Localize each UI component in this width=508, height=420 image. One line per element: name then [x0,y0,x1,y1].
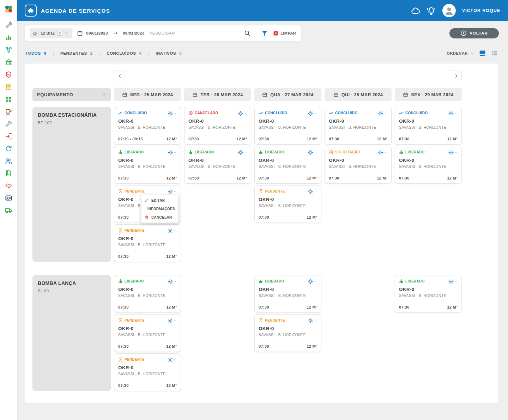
card-actions-button[interactable] [168,189,177,194]
card-actions-button[interactable] [238,111,247,116]
wrench-icon[interactable] [5,120,12,128]
service-card[interactable]: PENDENTEOKR-0SAVASSI - B. HORIZONTE07:30… [114,185,181,223]
card-subtitle: SAVASSI - B. HORIZONTE [329,125,387,129]
chevron-down-icon [174,229,177,232]
tab-count: 0 [179,51,182,55]
service-card[interactable]: CONCLUÍDOOKR-0SAVASSI - B. HORIZONTE07:3… [395,107,462,145]
card-actions-button[interactable] [168,318,177,323]
next-week-button[interactable] [450,71,462,81]
service-card[interactable]: LIBERADOOKR-0SAVASSI - B. HORIZONTE07:30… [254,146,321,184]
card-actions-button[interactable] [448,111,458,116]
tab-pendentes[interactable]: PENDENTES2 [60,51,93,55]
service-card[interactable]: PENDENTEOKR-0SAVASSI - B. HORIZONTE07:30… [254,314,321,352]
equipment-filter-chip[interactable]: 12 BHZ × [30,28,72,38]
card-view-toggle[interactable] [479,49,486,57]
service-card[interactable]: CANCELADOOKR-0SAVASSI - B. HORIZONTE07:3… [184,107,251,145]
date-to[interactable]: 09/01/2023 [123,31,145,35]
card-actions-button[interactable] [308,189,317,194]
users-icon[interactable] [5,157,12,165]
equipment-row: BOMBA ESTACIONÁRIABE 102CONCLUÍDOOKR-0SA… [32,107,491,262]
user-silhouette-icon [444,5,454,16]
menu-item-cancelar[interactable]: CANCELAR [141,213,178,221]
tab-inativos[interactable]: INATIVOS0 [156,51,182,55]
card-title: OKR-0 [259,197,317,202]
card-actions-button[interactable] [448,279,458,284]
tab-todos[interactable]: TODOS9 [25,51,47,55]
chevron-down-icon[interactable] [65,31,69,35]
date-from[interactable]: 09/01/2023 [86,31,108,35]
card-actions-button[interactable] [168,279,177,284]
gear-icon [308,150,313,155]
cancelado-status-icon [188,111,193,115]
service-card[interactable]: LIBERADOOKR-0SAVASSI - B. HORIZONTE07:30… [395,146,462,184]
tools-icon[interactable] [5,22,12,29]
service-card[interactable]: PENDENTEOKR-0SAVASSI - B. HORIZONTE07:30… [114,314,181,352]
coffee-icon[interactable] [5,108,12,115]
shield-icon[interactable] [5,71,12,78]
tab-label: PENDENTES [60,51,87,55]
card-actions-button[interactable] [168,150,177,155]
avatar[interactable] [442,4,456,17]
bank-icon[interactable] [5,59,12,66]
grid-icon[interactable] [5,96,12,103]
card-actions-button[interactable] [448,150,458,155]
service-card[interactable]: PENDENTEOKR-0SAVASSI - B. HORIZONTE07:30… [114,224,181,262]
search-input[interactable] [149,31,239,35]
handshake-icon[interactable] [5,182,12,189]
service-card[interactable]: PENDENTEOKR-0SAVASSI - B. HORIZONTE07:30… [254,185,321,223]
filter-funnel-icon[interactable] [261,30,268,37]
status-label: PENDENTE [265,318,285,322]
truck-icon[interactable] [5,207,12,214]
card-actions-button[interactable] [308,279,317,284]
prev-week-button[interactable] [114,71,126,81]
card-subtitle: SAVASSI - B. HORIZONTE [118,164,177,169]
card-actions-button[interactable] [308,150,317,155]
back-button[interactable]: VOLTAR [449,28,499,38]
card-actions-button[interactable] [378,150,387,155]
day-label: SEG - 25 MAR 2024 [130,92,173,97]
notifications-bell-icon[interactable] [427,6,436,16]
logout-icon[interactable] [5,133,12,140]
card-actions-button[interactable] [168,357,177,363]
card-actions-button[interactable] [308,318,317,323]
service-card[interactable]: LIBERADOOKR-0SAVASSI - B. HORIZONTE07:30… [395,275,462,313]
menu-item-informacoes[interactable]: INFORMAÇÕES [141,205,178,213]
filter-row: 12 BHZ × 09/01/2023 09/01/2023 LIMPAR VO… [25,25,499,41]
service-card[interactable]: SOLICITAÇÃOOKR-0SAVASSI - B. HORIZONTE07… [325,146,392,184]
service-card[interactable]: PENDENTEOKR-0SAVASSI - B. HORIZONTE07:30… [114,353,181,391]
cloud-icon[interactable] [411,6,420,16]
equipment-header-dropdown[interactable]: EQUIPAMENTO [32,88,111,101]
service-card[interactable]: LIBERADOOKR-0SAVASSI - B. HORIZONTE07:30… [184,146,251,184]
card-actions-button[interactable] [308,111,317,116]
sync-icon[interactable] [5,145,12,152]
app-logo-icon[interactable] [4,4,13,14]
calendar-icon[interactable] [77,30,83,36]
book-icon[interactable] [5,170,12,177]
service-card[interactable]: CONCLUÍDOOKR-0SAVASSI - B. HORIZONTE07:3… [254,107,321,145]
building-icon[interactable] [5,83,12,91]
network-icon[interactable] [5,46,12,54]
card-actions-button[interactable] [378,111,387,116]
service-card[interactable]: LIBERADOOKR-0SAVASSI - B. HORIZONTE07:30… [114,275,181,313]
card-title: OKR-0 [399,158,458,163]
card-actions-button[interactable] [168,111,177,116]
card-time: 07:30 [259,344,269,348]
menu-item-editar[interactable]: EDITAR [141,196,178,205]
card-volume: 12 M³ [447,305,458,309]
tab-concluidos[interactable]: CONCLUÍDOS4 [107,51,141,55]
card-actions-button[interactable] [168,228,177,233]
chart-icon[interactable] [5,34,12,41]
status-label: LIBERADO [265,279,284,283]
card-actions-button[interactable] [238,150,247,155]
service-card[interactable]: LIBERADOOKR-0SAVASSI - B. HORIZONTE07:30… [114,146,181,184]
service-card[interactable]: CONCLUÍDOOKR-0SAVASSI - B. HORIZONTE07:3… [114,107,181,145]
search-icon[interactable] [244,30,251,37]
clear-filters-button[interactable]: LIMPAR [273,31,296,36]
service-card[interactable]: LIBERADOOKR-0SAVASSI - B. HORIZONTE07:30… [254,275,321,313]
chip-remove-icon[interactable]: × [57,31,62,36]
service-card[interactable]: CONCLUÍDOOKR-0SAVASSI - B. HORIZONTE07:3… [325,107,392,145]
sort-dropdown[interactable]: ORDENAR [447,51,474,55]
idcard-icon[interactable] [5,194,12,202]
status-label: LIBERADO [125,150,144,154]
list-view-toggle[interactable] [491,49,498,57]
